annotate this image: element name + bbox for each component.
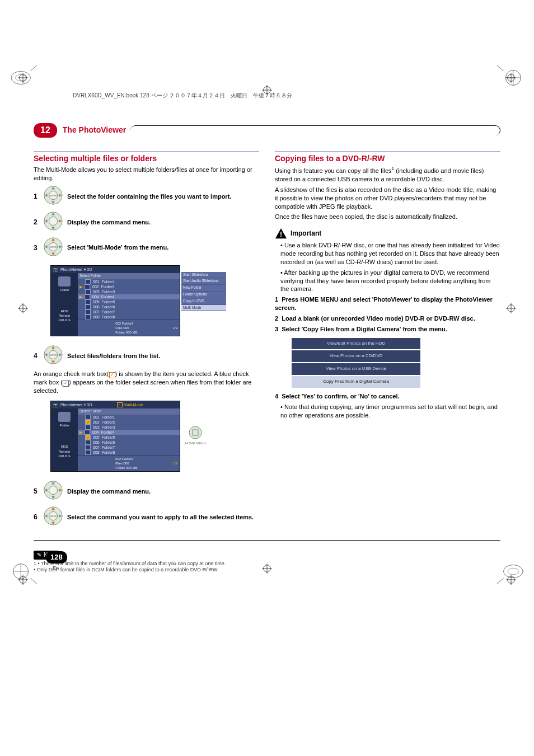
step-4: 4 ENTER Select files/folders from the li… [34,344,259,368]
list-item: 007Folder7 [78,309,180,314]
chapter-bar: 12 The PhotoViewer [34,123,500,138]
crop-mark [506,575,516,585]
step-6: 6 ENTER Select the command you want to a… [34,505,259,529]
svg-text:ENTER: ENTER [50,515,57,518]
footer-info: Files 000 [115,326,137,330]
menu-item: Folder Options [181,292,226,298]
list-item: 008Folder8 [78,314,180,320]
step-4-description: An orange check mark box(✓) is shown by … [34,370,259,395]
step-text: Select 'Multi-Mode' from the menu. [67,243,168,252]
page-lang: En [53,565,59,571]
step-3: 3 ENTER Select 'Multi-Mode' from the men… [34,236,259,260]
crop-mark [506,73,516,83]
footer-info: Folder 000 MB [115,466,137,470]
list-item: ▶004Folder4 [78,430,180,435]
remain-value: 120.0 G [52,318,77,322]
list-item: 005Folder5 [78,299,180,304]
enter-button-icon: ENTER [43,505,64,529]
menu-item: View Photos on a USB Device [292,363,420,375]
svg-text:ENTER: ENTER [50,354,57,356]
copy-menu-screenshot: View/Edit Photos on the HDDView Photos o… [292,338,420,388]
list-head: Select Folder [78,408,180,415]
step-2: 2 Display the command menu. [34,210,259,234]
home-menu-hint: HOME MENU [185,425,206,445]
section-heading: Selecting multiple files or folders [34,153,259,164]
important-label: Important [291,229,321,238]
nav-right-icon [43,480,64,503]
svg-line-6 [497,65,504,71]
step-number: 3 [34,243,39,252]
svg-point-65 [189,426,202,439]
ui-title: 📷 PhotoViewer HDD [51,266,180,273]
nav-right-icon [43,210,64,234]
menu-item: View Photos on a CD/DVD [292,350,420,362]
checkbox-blue-icon: ✓ [63,381,69,387]
bullet-item: Use a blank DVD-R/-RW disc, or one that … [280,241,500,266]
step-number: 6 [34,513,39,522]
remain-label: Remain [52,449,77,454]
svg-point-12 [508,568,518,575]
crop-mark [18,73,28,83]
step-1: 1 ENTER Select the folder containing the… [34,185,259,208]
list-item: 003Folder3 [78,289,180,294]
registration-mark [506,303,516,313]
intro-text: The Multi-Mode allows you to select mult… [34,166,259,182]
menu-item: Start Slideshow [181,272,226,279]
svg-point-68 [49,486,57,495]
menu-item: View/Edit Photos on the HDD [292,338,420,350]
chapter-rule [130,125,500,135]
enter-button-icon: ENTER [43,236,64,260]
step-text: Select the folder containing the files y… [67,192,231,201]
menu-item: New Folder [181,285,226,292]
step-number: 4 [34,351,39,360]
section-rule [275,151,500,152]
registration-mark [262,564,272,574]
checkbox-orange-icon: ✓ [109,372,115,378]
footer-info: 002 Folder2 [115,457,137,461]
bullet-item: Note that during copying, any timer prog… [280,403,500,420]
list-item: 006Folder6 [78,440,180,445]
step-number: 5 [34,487,39,496]
list-item: 006Folder6 [78,304,180,309]
list-head: Select Folder [78,273,180,279]
footer-info: Folder 000 MB [115,330,137,335]
step-number: 1 [34,192,39,201]
chapter-title: The PhotoViewer [63,125,126,135]
step-number: 2 [34,218,39,227]
svg-text:ENTER: ENTER [50,246,57,248]
page-counter: 1/3 [173,326,177,330]
section-rule [34,151,259,152]
photoviewer-screenshot-1: 📷 PhotoViewer HDD Folder HDD Remain 120.… [34,262,180,342]
folder-icon [58,276,71,287]
step-text: Display the command menu. [67,487,151,496]
body-text: Using this feature you can copy all the … [275,166,500,183]
svg-text:ENTER: ENTER [50,195,57,197]
step-4: 4 Select 'Yes' to confirm, or 'No' to ca… [275,392,500,401]
remain-value: 120.0 G [52,454,77,458]
page-number-badge: 128 [46,551,67,564]
registration-mark [18,303,28,313]
multi-mode-badge: ✓Multi-Mode [117,402,143,407]
hdd-label: HDD [52,309,77,313]
list-item: ✓005Folder5 [78,435,180,440]
list-item: 007Folder7 [78,445,180,450]
list-item: 001Folder1 [78,279,180,284]
list-item: ▶002Folder2 [78,284,180,289]
list-item: ✓002Folder2 [78,420,180,425]
remain-label: Remain [52,313,77,318]
menu-item: Start Audio Slideshow [181,278,226,285]
enter-button-icon: ENTER [43,344,64,368]
page-counter: 1/3 [173,461,177,466]
step-text: Display the command menu. [67,218,151,227]
chapter-number: 12 [34,123,57,138]
warning-icon: ! [275,228,287,239]
body-text: A slideshow of the files is also recorde… [275,186,500,211]
pencil-icon: ✎ [37,551,41,559]
svg-line-2 [30,65,37,71]
side-label: Folder [52,423,77,428]
step-2: 2 Load a blank (or unrecorded Video mode… [275,314,500,323]
body-text: Once the files have been copied, the dis… [275,213,500,221]
hdd-label: HDD [52,444,77,449]
footer-info: 002 Folder2 [115,321,137,326]
step-1: 1 Press HOME MENU and select 'PhotoViewe… [275,295,500,312]
